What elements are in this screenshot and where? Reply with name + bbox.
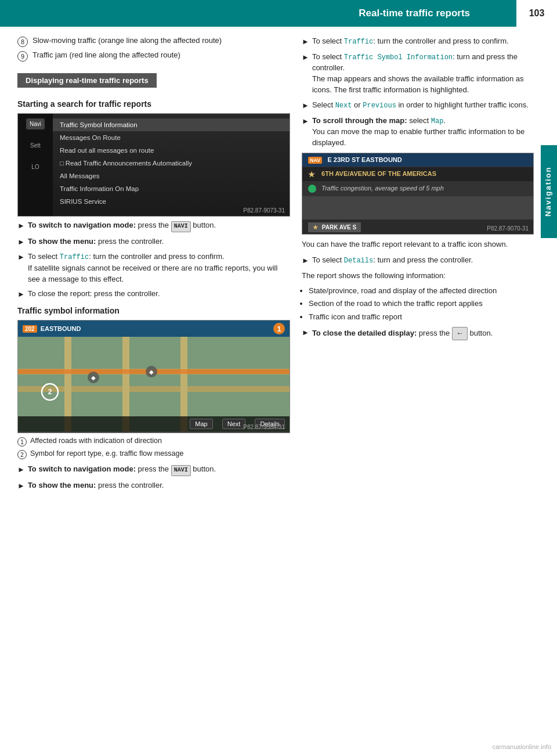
header-bar: Real-time traffic reports 103 <box>0 0 557 27</box>
tr-bottom-label: ★ PARK AVE S <box>308 222 361 232</box>
tr-map-area <box>302 196 533 219</box>
tr-row-1: NAV E 23RD ST EASTBOUND <box>302 153 533 167</box>
menu-item-traffic-info-map[interactable]: Traffic Information On Map <box>53 182 290 195</box>
right-column: ► To select Traffic: turn the controller… <box>296 36 540 496</box>
section-label: Displaying real-time traffic reports <box>17 73 157 88</box>
arrow-icon-2: ► <box>17 237 25 248</box>
info-item-2: 2 Symbol for report type, e.g. traffic f… <box>17 449 290 459</box>
instructions-right-1: ► To select Traffic: turn the controller… <box>302 36 534 149</box>
tr-star-icon-2: ★ <box>313 224 318 231</box>
header-title: Real-time traffic reports <box>359 8 516 19</box>
instr-select-traffic: ► To select Traffic: turn the controller… <box>17 251 290 285</box>
map-badge: 202 <box>23 325 37 333</box>
instructions-left-2: ► To switch to navigation mode: press th… <box>17 464 290 491</box>
sub-heading-2: Traffic symbol information <box>17 306 290 315</box>
arrow-icon-5: ► <box>17 465 25 476</box>
svg-text:◆: ◆ <box>91 375 96 381</box>
map-btn-map[interactable]: Map <box>190 419 212 429</box>
menu-item-sirius[interactable]: SIRIUS Service <box>53 195 290 208</box>
detail-list: State/province, road and display of the … <box>309 285 534 323</box>
info-item-1: 1 Affected roads with indication of dire… <box>17 437 290 447</box>
instructions-right-3: ► To close the detailed display: press t… <box>302 327 534 340</box>
instr-r-select-traffic: ► To select Traffic: turn the controller… <box>302 36 534 48</box>
page-number: 103 <box>516 0 557 27</box>
map-body: 2 ◆ ◆ Map Next Details <box>18 337 290 431</box>
info-text-1: Affected roads with indication of direct… <box>30 437 162 445</box>
tr-star-icon-1: ★ <box>308 170 316 178</box>
map-circle-1: 1 <box>273 323 285 334</box>
menu-item-read-traffic[interactable]: Read Traffic Announcements Automatically <box>53 157 290 170</box>
left-column: 8 Slow-moving traffic (orange line along… <box>0 36 296 496</box>
main-content: 8 Slow-moving traffic (orange line along… <box>0 27 557 496</box>
arrow-icon-6: ► <box>17 481 25 492</box>
instr-text-r3: Select Next or Previous in order to high… <box>312 100 529 111</box>
instr-text-r4: To scroll through the map: select Map.Yo… <box>312 116 534 149</box>
arrow-icon-r4: ► <box>302 116 309 127</box>
instr-text-r6: To close the detailed display: press the… <box>312 327 493 340</box>
info-text-2: Symbol for report type, e.g. traffic flo… <box>30 449 183 458</box>
sub-heading-1: Starting a search for traffic reports <box>17 99 290 109</box>
instr-show-menu-2: ► To show the menu: press the controller… <box>17 480 290 492</box>
bullet-num-9: 9 <box>17 51 28 62</box>
bullet-item-9: 9 Traffic jam (red line along the affect… <box>17 51 290 62</box>
report-shows-text: The report shows the following informati… <box>302 271 534 282</box>
instr-text-r5: To select Details: turn and press the co… <box>312 255 473 266</box>
map-screenshot: 202 EASTBOUND 1 <box>17 320 290 433</box>
menu-screenshot: Navi Sett LO Traffic Symbol Information … <box>17 113 290 217</box>
map-btn-next[interactable]: Next <box>222 419 246 429</box>
info-circle-2: 2 <box>17 450 27 459</box>
instr-r-you-can: You can have the traffic report relevant… <box>302 239 534 250</box>
tr-nav-badge: NAV <box>308 157 322 164</box>
menu-screen-inner: Navi Sett LO Traffic Symbol Information … <box>18 114 290 216</box>
instructions-left-1: ► To switch to navigation mode: press th… <box>17 220 290 300</box>
bullet-num-8: 8 <box>17 37 28 47</box>
instr-r-select-next: ► Select Next or Previous in order to hi… <box>302 100 534 111</box>
svg-text:2: 2 <box>48 388 52 396</box>
instr-text-3: To select Traffic: turn the controller a… <box>28 251 290 285</box>
detail-item-1: State/province, road and display of the … <box>309 285 534 297</box>
svg-text:◆: ◆ <box>149 369 154 375</box>
map-screen-inner: 202 EASTBOUND 1 <box>18 321 290 433</box>
instr-close-report: ► To close the report: press the control… <box>17 289 290 300</box>
arrow-icon-r6: ► <box>302 327 309 339</box>
instr-text-r2: To select Traffic Symbol Information: tu… <box>312 52 534 96</box>
instr-switch-nav-2: ► To switch to navigation mode: press th… <box>17 464 290 476</box>
svg-rect-2 <box>18 386 290 392</box>
tr-row-2: ★ 6TH AVE/AVENUE OF THE AMERICAS <box>302 167 533 182</box>
instr-r-select-tsi: ► To select Traffic Symbol Information: … <box>302 52 534 96</box>
arrow-icon-r1: ► <box>302 37 309 48</box>
arrow-icon-4: ► <box>17 289 25 300</box>
instr-text-2: To show the menu: press the controller. <box>28 236 164 247</box>
menu-right-panel: Traffic Symbol Information Messages On R… <box>53 114 290 216</box>
instr-show-menu: ► To show the menu: press the controller… <box>17 236 290 248</box>
arrow-icon-r5: ► <box>302 255 309 267</box>
menu-item-read-out[interactable]: Read out all messages on route <box>53 144 290 157</box>
tr-row-3: Traffic congestion, average speed of 5 m… <box>302 182 533 196</box>
arrow-icon-1: ► <box>17 221 25 232</box>
instr-r-select-details: ► To select Details: turn and press the … <box>302 255 534 267</box>
tr-green-circle <box>308 185 316 193</box>
arrow-icon-3: ► <box>17 252 25 263</box>
instr-text-1: To switch to navigation mode: press the … <box>28 220 216 232</box>
side-tab-navigation: Navigation <box>541 145 557 238</box>
arrow-icon-r2: ► <box>302 52 309 63</box>
bullet-text-9: Traffic jam (red line along the affected… <box>32 51 180 59</box>
instr-r-close-detail: ► To close the detailed display: press t… <box>302 327 534 340</box>
info-circle-1: 1 <box>17 437 27 447</box>
instr-text-5: To switch to navigation mode: press the … <box>28 464 216 476</box>
menu-item-messages-route[interactable]: Messages On Route <box>53 131 290 144</box>
screenshot-ref-3: P82.87-9070-31 <box>487 225 529 232</box>
instr-text-r1: To select Traffic: turn the controller a… <box>312 36 509 47</box>
watermark: carmanualonline.info <box>492 743 551 750</box>
traffic-report-box: NAV E 23RD ST EASTBOUND ★ 6TH AVE/AVENUE… <box>302 153 534 235</box>
instr-switch-nav-mode: ► To switch to navigation mode: press th… <box>17 220 290 232</box>
map-header-text: EASTBOUND <box>41 325 81 332</box>
menu-item-all-messages[interactable]: All Messages <box>53 170 290 182</box>
screenshot-ref-1: P82.87-9073-31 <box>243 207 285 214</box>
instructions-right-2: ► To select Details: turn and press the … <box>302 255 534 267</box>
bullet-item-8: 8 Slow-moving traffic (orange line along… <box>17 36 290 47</box>
instr-text-6: To show the menu: press the controller. <box>28 480 164 491</box>
menu-item-traffic-symbol[interactable]: Traffic Symbol Information <box>53 118 290 131</box>
menu-left-sett: Sett <box>29 140 42 151</box>
detail-item-3: Traffic icon and traffic report <box>309 311 534 323</box>
